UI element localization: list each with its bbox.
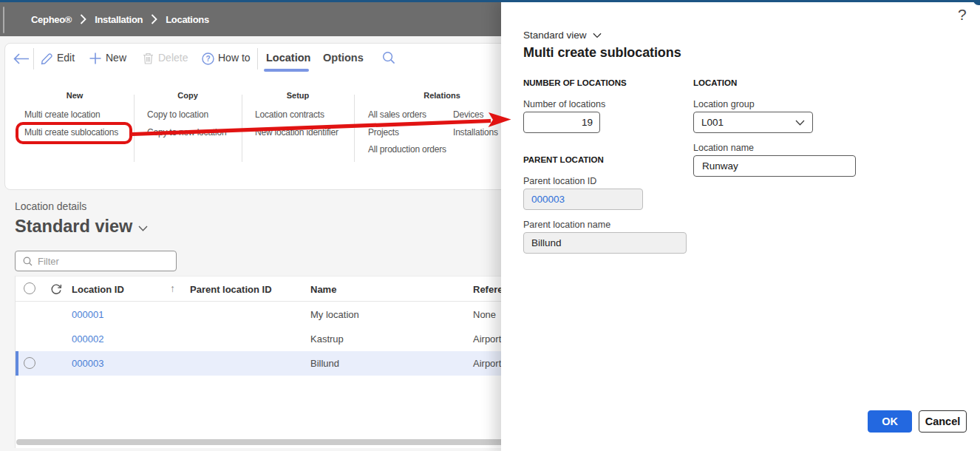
label-parent-location-id: Parent location ID bbox=[523, 176, 596, 186]
cell-location-id[interactable]: 000003 bbox=[72, 358, 103, 369]
menu-item-projects[interactable]: Projects bbox=[368, 124, 453, 142]
refresh-icon[interactable] bbox=[50, 282, 63, 299]
location-group-dropdown[interactable]: L001 bbox=[693, 112, 813, 133]
chevron-down-icon bbox=[593, 33, 602, 38]
breadcrumb-item-locations[interactable]: Locations bbox=[166, 14, 209, 25]
horizontal-scrollbar[interactable] bbox=[16, 439, 534, 445]
menu-item-installations[interactable]: Installations bbox=[453, 124, 498, 142]
menu-group-setup: Setup Location contracts New location id… bbox=[242, 89, 354, 141]
breadcrumb-brand[interactable]: Cepheo® bbox=[31, 14, 72, 25]
filter-field[interactable] bbox=[15, 251, 177, 271]
top-strip bbox=[0, 0, 980, 2]
label-location-name: Location name bbox=[693, 143, 754, 153]
edit-button[interactable]: Edit bbox=[57, 52, 75, 64]
cell-name: My location bbox=[310, 309, 359, 320]
cell-name: Kastrup bbox=[310, 333, 344, 345]
how-to-button[interactable]: How to bbox=[218, 52, 251, 64]
parent-location-id-value[interactable]: 000003 bbox=[531, 194, 565, 205]
filter-search-icon bbox=[23, 257, 33, 266]
cell-reference: Airport bbox=[473, 333, 501, 345]
chevron-down-icon bbox=[138, 226, 148, 231]
cell-location-id[interactable]: 000001 bbox=[72, 309, 103, 320]
section-parent-location: PARENT LOCATION bbox=[523, 155, 604, 164]
label-location-group: Location group bbox=[693, 99, 755, 109]
app-window: Cepheo® Installation Locations Edit bbox=[0, 0, 980, 451]
menu-group-title: Setup bbox=[242, 89, 354, 101]
location-name-input[interactable]: Runway bbox=[693, 155, 856, 177]
number-of-locations-value: 19 bbox=[582, 117, 593, 128]
chevron-right-icon bbox=[80, 14, 86, 24]
col-header-parent-location-id[interactable]: Parent location ID bbox=[190, 284, 272, 295]
menu-group-copy: Copy Copy to location Copy to new locati… bbox=[134, 89, 242, 141]
chevron-right-icon bbox=[151, 14, 157, 24]
svg-text:?: ? bbox=[205, 55, 210, 63]
dialog-title: Multi create sublocations bbox=[523, 45, 681, 61]
menu-group-title: New bbox=[16, 89, 134, 101]
back-arrow-icon[interactable] bbox=[13, 53, 30, 67]
col-header-location-id[interactable]: Location ID bbox=[72, 284, 124, 295]
cell-reference: None bbox=[473, 309, 496, 320]
ok-button[interactable]: OK bbox=[868, 410, 912, 433]
multi-create-sublocations-dialog: ? Standard view Multi create sublocation… bbox=[501, 0, 980, 451]
section-number-of-locations: NUMBER OF LOCATIONS bbox=[523, 78, 627, 87]
search-icon[interactable] bbox=[382, 51, 395, 67]
tab-location[interactable]: Location bbox=[266, 52, 310, 64]
cell-name: Billund bbox=[310, 358, 339, 369]
delete-button[interactable]: Delete bbox=[158, 52, 188, 64]
help-circle-icon: ? bbox=[202, 52, 214, 68]
cell-reference: Airport bbox=[473, 358, 501, 369]
cell-location-id[interactable]: 000002 bbox=[72, 333, 103, 345]
menu-group-title: Copy bbox=[134, 89, 242, 101]
filter-input[interactable] bbox=[38, 256, 163, 267]
section-location: LOCATION bbox=[693, 78, 737, 87]
parent-location-name-field: Billund bbox=[523, 232, 687, 254]
new-button[interactable]: New bbox=[106, 52, 126, 64]
select-all-radio[interactable] bbox=[24, 282, 35, 294]
location-name-value: Runway bbox=[702, 160, 738, 172]
number-of-locations-input[interactable]: 19 bbox=[523, 112, 600, 133]
menu-item-copy-to-location[interactable]: Copy to location bbox=[147, 106, 242, 124]
chevron-down-icon bbox=[795, 120, 805, 126]
cancel-button[interactable]: Cancel bbox=[919, 410, 967, 433]
dialog-view-selector[interactable]: Standard view bbox=[523, 30, 602, 41]
action-separator bbox=[33, 48, 34, 69]
menu-item-all-sales-orders[interactable]: All sales orders bbox=[368, 106, 453, 124]
trash-icon bbox=[143, 52, 154, 67]
nav-scroll-hint bbox=[3, 7, 4, 33]
action-separator bbox=[257, 48, 258, 69]
view-title-text: Standard view bbox=[15, 217, 132, 237]
menu-item-new-location-identifier[interactable]: New location identifier bbox=[255, 124, 354, 142]
parent-location-id-field: 000003 bbox=[523, 189, 643, 210]
tab-options[interactable]: Options bbox=[323, 52, 364, 64]
breadcrumb: Cepheo® Installation Locations bbox=[31, 2, 209, 36]
menu-item-multi-create-sublocations[interactable]: Multi create sublocations bbox=[24, 124, 134, 142]
col-header-name[interactable]: Name bbox=[310, 284, 336, 295]
pencil-icon bbox=[41, 52, 53, 68]
sort-arrow-up-icon: ↑ bbox=[170, 282, 175, 294]
view-title[interactable]: Standard view bbox=[15, 217, 148, 237]
menu-item-location-contracts[interactable]: Location contracts bbox=[255, 106, 354, 124]
location-group-value: L001 bbox=[701, 117, 724, 128]
label-parent-location-name: Parent location name bbox=[523, 220, 610, 230]
section-label: Location details bbox=[15, 200, 86, 212]
selected-row-bar bbox=[16, 351, 18, 376]
label-number-of-locations: Number of locations bbox=[523, 99, 605, 109]
menu-group-new: New Multi create location Multi create s… bbox=[16, 89, 134, 141]
row-radio[interactable] bbox=[24, 357, 35, 369]
plus-icon bbox=[89, 52, 101, 67]
active-tab-underline bbox=[264, 69, 309, 72]
menu-item-devices[interactable]: Devices bbox=[453, 106, 498, 124]
menu-item-all-production-orders[interactable]: All production orders bbox=[368, 141, 453, 159]
menu-item-copy-to-new-location[interactable]: Copy to new location bbox=[147, 124, 242, 142]
help-icon[interactable]: ? bbox=[958, 6, 967, 24]
menu-item-multi-create-location[interactable]: Multi create location bbox=[24, 106, 134, 124]
breadcrumb-item-installation[interactable]: Installation bbox=[95, 14, 143, 25]
dialog-view-label: Standard view bbox=[523, 30, 587, 41]
parent-location-name-value: Billund bbox=[531, 237, 562, 248]
